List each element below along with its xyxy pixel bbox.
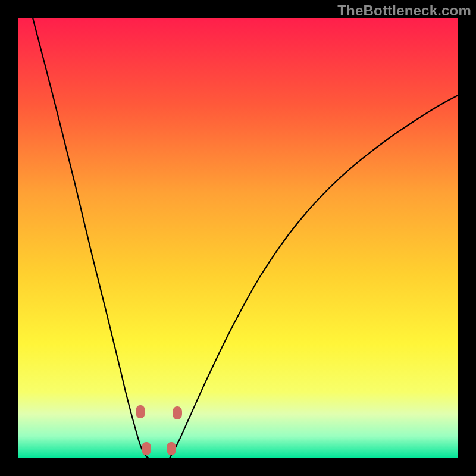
bottleneck-plot: [18, 18, 458, 458]
gradient-bg: [18, 18, 458, 458]
watermark-text: TheBottleneck.com: [337, 2, 471, 19]
marker-right-upper: [173, 406, 182, 419]
marker-right-lower: [167, 442, 176, 455]
marker-left-lower: [142, 442, 151, 455]
plot-frame: [18, 18, 458, 458]
marker-left-upper: [136, 405, 145, 418]
